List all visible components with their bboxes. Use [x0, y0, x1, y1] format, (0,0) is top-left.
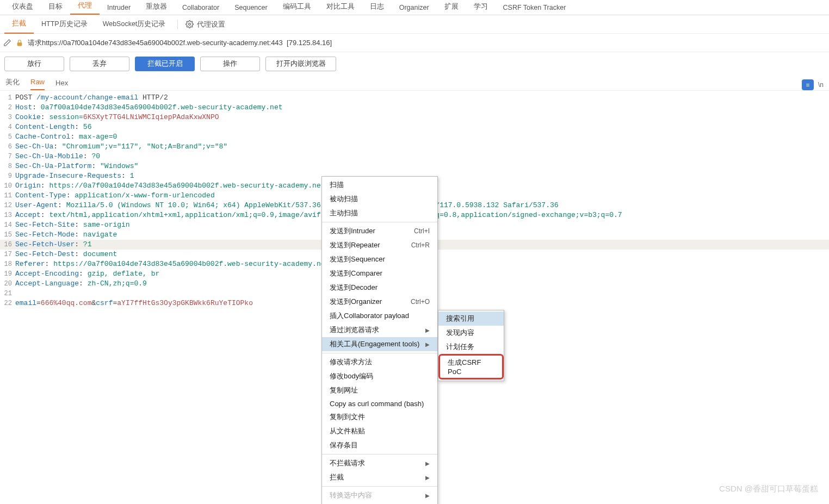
top-tab-代理[interactable]: 代理: [70, 0, 100, 15]
top-tab-扩展[interactable]: 扩展: [437, 0, 466, 15]
menu-item[interactable]: 复制网址: [322, 383, 437, 397]
action-buttons: 放行 丢弃 拦截已开启 操作 打开内嵌浏览器: [0, 52, 829, 76]
top-tab-csrf token tracker[interactable]: CSRF Token Tracker: [496, 1, 574, 15]
watermark: CSDN @香甜可口草莓蛋糕: [719, 484, 818, 494]
request-label: 请求https://0a7f00a104de743d83e45a69004b00…: [28, 38, 332, 48]
submenu-item[interactable]: 发现内容: [438, 326, 504, 340]
view-tab-hex[interactable]: Hex: [55, 79, 68, 90]
sub-tabs: 拦截HTTP历史记录WebSocket历史记录 代理设置: [0, 15, 829, 34]
menu-item[interactable]: Copy as curl command (bash): [322, 397, 437, 410]
editor-right-controls: ≡ \n: [802, 79, 824, 90]
sub-tab[interactable]: 拦截: [4, 15, 34, 34]
drop-button[interactable]: 丢弃: [70, 57, 129, 71]
menu-item[interactable]: 复制到文件: [322, 410, 437, 424]
forward-button[interactable]: 放行: [4, 57, 64, 71]
action-button[interactable]: 操作: [200, 57, 260, 71]
top-tab-重放器[interactable]: 重放器: [138, 0, 175, 15]
menu-item[interactable]: 从文件粘贴: [322, 424, 437, 438]
top-tab-目标[interactable]: 目标: [41, 0, 70, 15]
menu-item[interactable]: 发送到RepeaterCtrl+R: [322, 238, 437, 252]
top-tab-organizer[interactable]: Organizer: [392, 1, 437, 15]
context-menu: 扫描被动扫描主动扫描发送到IntruderCtrl+I发送到RepeaterCt…: [321, 176, 438, 504]
view-tab-美化[interactable]: 美化: [5, 77, 20, 90]
menu-item[interactable]: 通过浏览器请求▶: [322, 323, 437, 337]
divider: [177, 20, 178, 29]
newline-indicator: \n: [818, 81, 824, 89]
view-tab-raw[interactable]: Raw: [30, 78, 45, 90]
menu-item[interactable]: 发送到Sequencer: [322, 252, 437, 266]
proxy-settings[interactable]: 代理设置: [182, 20, 225, 29]
menu-item[interactable]: 发送到OrganizerCtrl+O: [322, 295, 437, 309]
intercept-toggle-button[interactable]: 拦截已开启: [135, 57, 195, 71]
menu-item[interactable]: 不拦截请求▶: [322, 456, 437, 470]
menu-item[interactable]: 发送到IntruderCtrl+I: [322, 224, 437, 238]
open-browser-button[interactable]: 打开内嵌浏览器: [265, 57, 336, 71]
sub-tab[interactable]: WebSocket历史记录: [95, 15, 174, 33]
top-tab-collaborator[interactable]: Collaborator: [175, 1, 227, 15]
menu-item: 转换选中内容▶: [322, 488, 437, 502]
proxy-settings-label: 代理设置: [197, 20, 225, 29]
menu-item[interactable]: 保存条目: [322, 438, 437, 452]
menu-item[interactable]: 发送到Comparer: [322, 266, 437, 281]
request-row: 请求https://0a7f00a104de743d83e45a69004b00…: [0, 34, 829, 52]
menu-item[interactable]: 拦截▶: [322, 470, 437, 484]
top-tab-对比工具[interactable]: 对比工具: [319, 0, 362, 15]
top-tab-intruder[interactable]: Intruder: [100, 1, 138, 15]
lock-icon: [16, 39, 23, 47]
menu-item[interactable]: 相关工具(Engagement tools)▶: [322, 337, 437, 351]
menu-item[interactable]: 被动扫描: [322, 192, 437, 206]
top-tab-sequencer[interactable]: Sequencer: [227, 1, 275, 15]
submenu-item[interactable]: 生成CSRF PoC: [438, 354, 504, 379]
sub-tab[interactable]: HTTP历史记录: [34, 15, 95, 33]
top-tabs: 仪表盘目标代理Intruder重放器CollaboratorSequencer编…: [0, 0, 829, 15]
pencil-icon[interactable]: [3, 39, 11, 47]
menu-item[interactable]: 发送到Decoder: [322, 281, 437, 295]
menu-item[interactable]: 主动扫描: [322, 206, 437, 220]
submenu-item[interactable]: 计划任务: [438, 340, 504, 354]
top-tab-编码工具[interactable]: 编码工具: [275, 0, 319, 15]
message-editor-badge[interactable]: ≡: [802, 79, 814, 90]
view-tabs: 美化RawHex ≡ \n: [0, 76, 829, 91]
menu-item[interactable]: 修改请求方法: [322, 355, 437, 369]
menu-item[interactable]: 扫描: [322, 178, 437, 192]
top-tab-学习[interactable]: 学习: [466, 0, 496, 15]
context-submenu: 搜索引用发现内容计划任务生成CSRF PoC: [438, 310, 504, 381]
svg-rect-1: [17, 42, 22, 46]
top-tab-日志[interactable]: 日志: [362, 0, 392, 15]
svg-point-0: [189, 23, 191, 26]
menu-item[interactable]: 修改body编码: [322, 369, 437, 383]
submenu-item[interactable]: 搜索引用: [438, 312, 504, 326]
gear-icon: [185, 20, 194, 28]
top-tab-仪表盘[interactable]: 仪表盘: [4, 0, 41, 15]
menu-item[interactable]: 插入Collaborator payload: [322, 309, 437, 323]
